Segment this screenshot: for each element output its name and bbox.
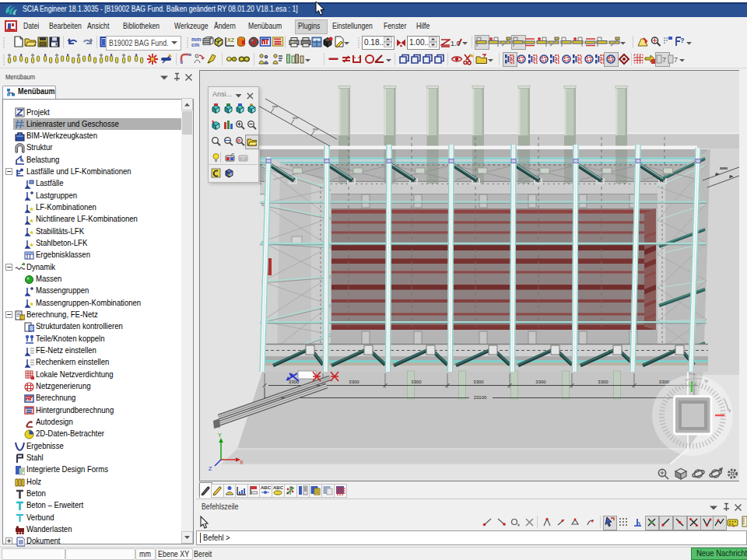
- svg-text:3300: 3300: [473, 380, 484, 384]
- svg-text:X: X: [240, 460, 244, 465]
- svg-text:23100: 23100: [474, 395, 487, 400]
- svg-text:7: 7: [662, 56, 666, 64]
- svg-text:ABC: ABC: [273, 485, 283, 490]
- svg-text:?: ?: [680, 37, 685, 44]
- svg-text:3300: 3300: [411, 380, 422, 384]
- svg-text:7: 7: [674, 56, 678, 64]
- svg-text:Z: Z: [209, 466, 212, 471]
- svg-text:XZ: XZ: [227, 37, 235, 43]
- svg-text:ABC: ABC: [261, 485, 271, 490]
- svg-text:cm: cm: [191, 42, 199, 47]
- svg-text:R: R: [237, 138, 241, 143]
- svg-text:Y: Y: [218, 432, 222, 438]
- svg-text:3300: 3300: [598, 380, 608, 384]
- svg-text:3300: 3300: [535, 380, 546, 384]
- svg-text:mm: mm: [191, 37, 201, 42]
- svg-text:3300: 3300: [349, 380, 359, 384]
